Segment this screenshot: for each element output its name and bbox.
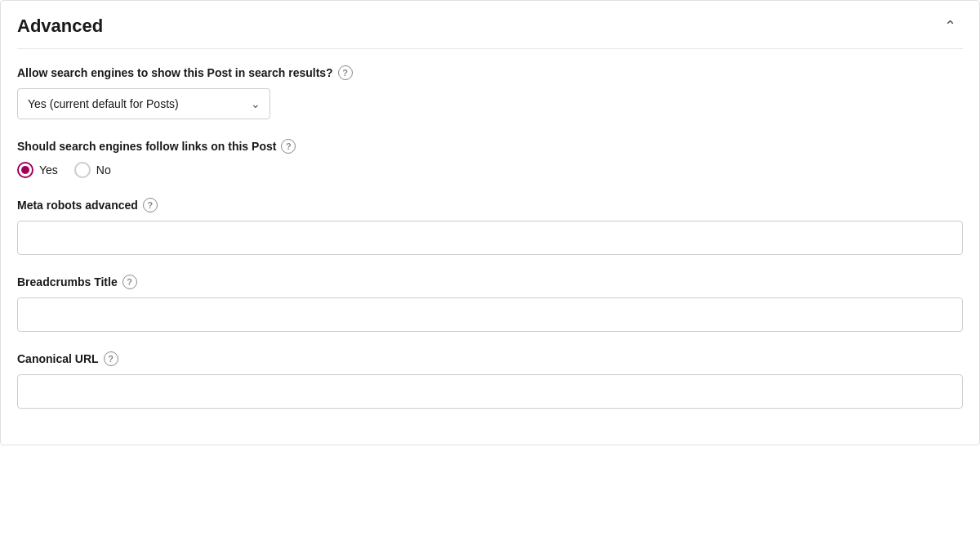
breadcrumbs-title-input[interactable] xyxy=(17,297,963,332)
follow-links-no-text: No xyxy=(96,163,111,177)
meta-robots-section: Meta robots advanced ? xyxy=(17,198,963,255)
meta-robots-input[interactable] xyxy=(17,221,963,255)
follow-links-yes-label[interactable]: Yes xyxy=(17,162,58,178)
collapse-button[interactable]: ⌃ xyxy=(938,14,963,38)
panel-title: Advanced xyxy=(17,16,103,37)
follow-links-no-label[interactable]: No xyxy=(74,162,111,178)
canonical-url-section: Canonical URL ? xyxy=(17,351,963,409)
search-visibility-label: Allow search engines to show this Post i… xyxy=(17,65,963,80)
meta-robots-help-icon[interactable]: ? xyxy=(143,198,158,212)
breadcrumbs-title-label: Breadcrumbs Title ? xyxy=(17,275,963,289)
search-visibility-select[interactable]: Yes (current default for Posts) No Yes xyxy=(17,88,270,119)
follow-links-section: Should search engines follow links on th… xyxy=(17,139,963,178)
follow-links-no-radio[interactable] xyxy=(74,162,91,178)
follow-links-yes-radio[interactable] xyxy=(17,162,33,178)
panel-header: Advanced ⌃ xyxy=(17,14,963,49)
follow-links-radio-group: Yes No xyxy=(17,162,963,178)
follow-links-yes-text: Yes xyxy=(39,163,58,177)
breadcrumbs-title-help-icon[interactable]: ? xyxy=(122,275,137,289)
advanced-panel: Advanced ⌃ Allow search engines to show … xyxy=(0,0,980,445)
search-visibility-help-icon[interactable]: ? xyxy=(338,65,353,80)
follow-links-label: Should search engines follow links on th… xyxy=(17,139,963,154)
canonical-url-help-icon[interactable]: ? xyxy=(104,351,118,366)
follow-links-help-icon[interactable]: ? xyxy=(281,139,296,154)
meta-robots-label: Meta robots advanced ? xyxy=(17,198,963,212)
canonical-url-label: Canonical URL ? xyxy=(17,351,963,366)
search-visibility-select-wrapper: Yes (current default for Posts) No Yes ⌄ xyxy=(17,88,270,119)
search-visibility-section: Allow search engines to show this Post i… xyxy=(17,65,963,119)
canonical-url-input[interactable] xyxy=(17,374,963,409)
breadcrumbs-title-section: Breadcrumbs Title ? xyxy=(17,275,963,332)
